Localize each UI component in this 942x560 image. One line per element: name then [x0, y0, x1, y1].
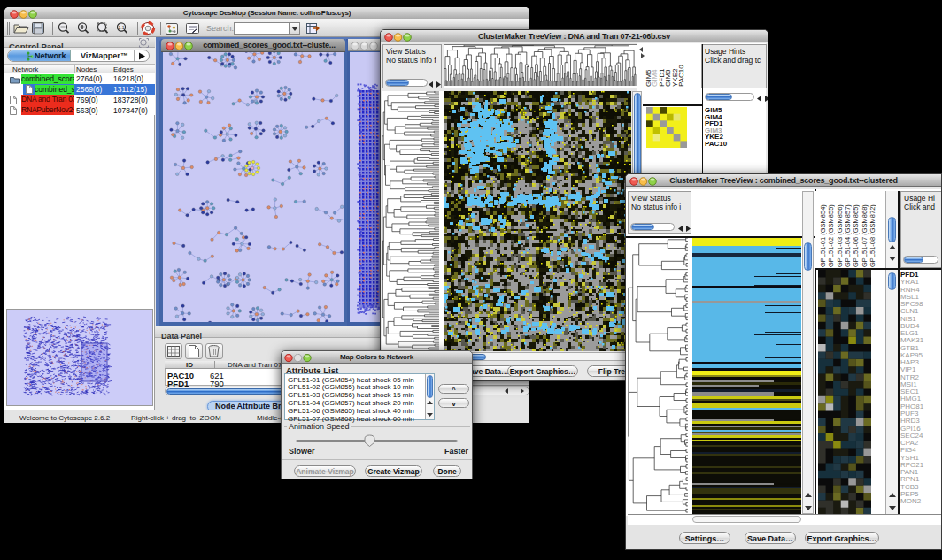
svg-text:1:1: 1:1	[119, 25, 125, 30]
svg-text:Search:: Search:	[206, 24, 234, 33]
